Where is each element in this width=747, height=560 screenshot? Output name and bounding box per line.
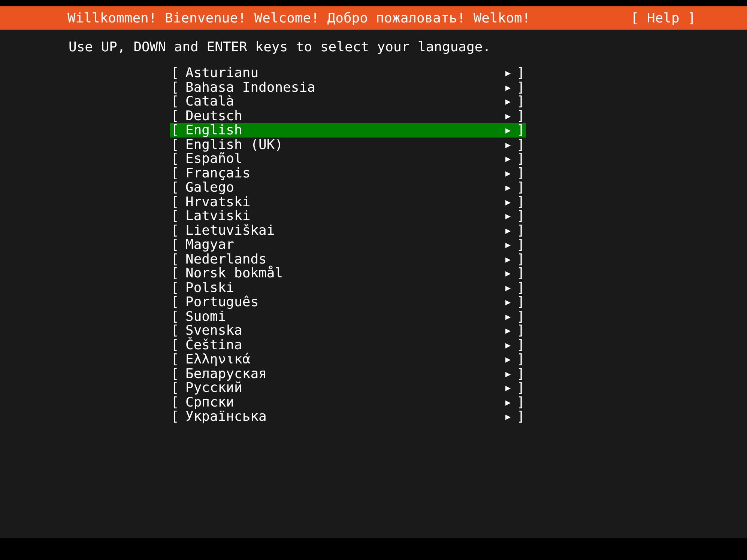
submenu-arrow-icon: ▸ bbox=[500, 80, 516, 94]
bracket-left: [ bbox=[170, 80, 185, 94]
bracket-right: ] bbox=[516, 395, 526, 409]
language-item[interactable]: [Українська▸] bbox=[170, 410, 526, 424]
bracket-right: ] bbox=[516, 195, 526, 209]
language-name: Latviski bbox=[185, 209, 500, 223]
language-name: Français bbox=[185, 166, 500, 180]
language-item[interactable]: [English (UK)▸] bbox=[170, 137, 526, 152]
bracket-left: [ bbox=[170, 152, 185, 166]
bracket-right: ] bbox=[516, 266, 526, 280]
bracket-right: ] bbox=[516, 280, 526, 295]
language-item[interactable]: [Català▸] bbox=[170, 94, 526, 109]
language-name: Српски bbox=[185, 395, 500, 409]
submenu-arrow-icon: ▸ bbox=[500, 266, 516, 280]
bracket-right: ] bbox=[516, 209, 526, 223]
bracket-right: ] bbox=[516, 66, 526, 80]
submenu-arrow-icon: ▸ bbox=[500, 252, 516, 266]
bracket-left: [ bbox=[170, 252, 185, 266]
bracket-right: ] bbox=[516, 166, 526, 180]
bracket-right: ] bbox=[516, 295, 526, 309]
instruction-text: Use UP, DOWN and ENTER keys to select yo… bbox=[0, 30, 747, 55]
bracket-right: ] bbox=[516, 252, 526, 266]
bracket-right: ] bbox=[516, 80, 526, 94]
submenu-arrow-icon: ▸ bbox=[500, 410, 516, 424]
bracket-left: [ bbox=[170, 366, 185, 381]
language-name: Polski bbox=[185, 280, 500, 295]
language-item[interactable]: [Bahasa Indonesia▸] bbox=[170, 80, 526, 94]
language-name: Nederlands bbox=[185, 252, 500, 266]
language-item[interactable]: [Беларуская▸] bbox=[170, 366, 526, 381]
language-name: Українська bbox=[185, 410, 500, 424]
language-item[interactable]: [Suomi▸] bbox=[170, 309, 526, 323]
language-item[interactable]: [Norsk bokmål▸] bbox=[170, 266, 526, 280]
language-item[interactable]: [Français▸] bbox=[170, 166, 526, 180]
bracket-right: ] bbox=[516, 352, 526, 366]
language-item[interactable]: [Latviski▸] bbox=[170, 209, 526, 223]
submenu-arrow-icon: ▸ bbox=[500, 66, 516, 80]
language-name: Asturianu bbox=[185, 66, 500, 80]
bracket-right: ] bbox=[516, 410, 526, 424]
bracket-right: ] bbox=[516, 94, 526, 109]
language-item[interactable]: [English▸] bbox=[170, 123, 526, 137]
language-item[interactable]: [Čeština▸] bbox=[170, 338, 526, 352]
bracket-right: ] bbox=[516, 381, 526, 395]
bracket-right: ] bbox=[516, 137, 526, 152]
language-item[interactable]: [Magyar▸] bbox=[170, 238, 526, 252]
bracket-left: [ bbox=[170, 180, 185, 195]
welcome-title: Willkommen! Bienvenue! Welcome! Добро по… bbox=[7, 10, 530, 26]
language-name: Català bbox=[185, 94, 500, 109]
language-item[interactable]: [Lietuviškai▸] bbox=[170, 223, 526, 237]
language-item[interactable]: [Svenska▸] bbox=[170, 323, 526, 338]
language-item[interactable]: [Polski▸] bbox=[170, 280, 526, 295]
language-name: Čeština bbox=[185, 338, 500, 352]
submenu-arrow-icon: ▸ bbox=[500, 209, 516, 223]
bracket-left: [ bbox=[170, 395, 185, 409]
language-item[interactable]: [Nederlands▸] bbox=[170, 252, 526, 266]
language-item[interactable]: [Español▸] bbox=[170, 152, 526, 166]
language-item[interactable]: [Русский▸] bbox=[170, 381, 526, 395]
submenu-arrow-icon: ▸ bbox=[500, 338, 516, 352]
language-name: Bahasa Indonesia bbox=[185, 80, 500, 94]
submenu-arrow-icon: ▸ bbox=[500, 123, 516, 137]
language-name: Ελληνικά bbox=[185, 352, 500, 366]
language-name: Português bbox=[185, 295, 500, 309]
language-item[interactable]: [Asturianu▸] bbox=[170, 66, 526, 80]
language-item[interactable]: [Hrvatski▸] bbox=[170, 195, 526, 209]
language-name: Беларуская bbox=[185, 366, 500, 381]
submenu-arrow-icon: ▸ bbox=[500, 109, 516, 123]
submenu-arrow-icon: ▸ bbox=[500, 395, 516, 409]
language-name: Magyar bbox=[185, 238, 500, 252]
bracket-left: [ bbox=[170, 109, 185, 123]
bracket-right: ] bbox=[516, 223, 526, 237]
submenu-arrow-icon: ▸ bbox=[500, 152, 516, 166]
language-list[interactable]: [Asturianu▸][Bahasa Indonesia▸][Català▸]… bbox=[0, 66, 747, 424]
bracket-right: ] bbox=[516, 338, 526, 352]
bracket-left: [ bbox=[170, 123, 185, 137]
submenu-arrow-icon: ▸ bbox=[500, 238, 516, 252]
bracket-left: [ bbox=[170, 209, 185, 223]
language-name: Svenska bbox=[185, 323, 500, 338]
bracket-right: ] bbox=[516, 366, 526, 381]
language-item[interactable]: [Ελληνικά▸] bbox=[170, 352, 526, 366]
submenu-arrow-icon: ▸ bbox=[500, 223, 516, 237]
bracket-right: ] bbox=[516, 323, 526, 338]
bracket-left: [ bbox=[170, 166, 185, 180]
bracket-left: [ bbox=[170, 309, 185, 323]
language-name: Lietuviškai bbox=[185, 223, 500, 237]
submenu-arrow-icon: ▸ bbox=[500, 309, 516, 323]
bracket-left: [ bbox=[170, 280, 185, 295]
language-item[interactable]: [Português▸] bbox=[170, 295, 526, 309]
language-item[interactable]: [Galego▸] bbox=[170, 180, 526, 195]
help-button[interactable]: [ Help ] bbox=[631, 10, 741, 26]
submenu-arrow-icon: ▸ bbox=[500, 94, 516, 109]
bracket-left: [ bbox=[170, 266, 185, 280]
language-name: Русский bbox=[185, 381, 500, 395]
language-item[interactable]: [Српски▸] bbox=[170, 395, 526, 409]
submenu-arrow-icon: ▸ bbox=[500, 280, 516, 295]
language-item[interactable]: [Deutsch▸] bbox=[170, 109, 526, 123]
installer-screen: Willkommen! Bienvenue! Welcome! Добро по… bbox=[0, 0, 747, 560]
submenu-arrow-icon: ▸ bbox=[500, 323, 516, 338]
bracket-right: ] bbox=[516, 152, 526, 166]
topbar-spacer bbox=[0, 0, 747, 6]
submenu-arrow-icon: ▸ bbox=[500, 295, 516, 309]
language-name: Deutsch bbox=[185, 109, 500, 123]
